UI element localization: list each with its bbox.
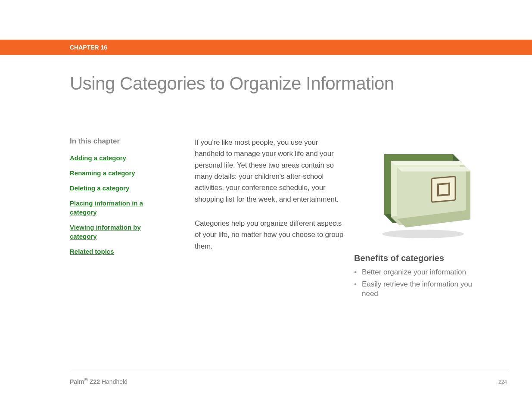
chapter-label: CHAPTER 16 <box>70 44 107 51</box>
intro-para-2: Categories help you organize different a… <box>195 218 345 252</box>
chapter-bar: CHAPTER 16 <box>0 40 532 55</box>
benefits-list: Better organize your information Easily … <box>354 268 507 299</box>
footer-suffix: Handheld <box>100 378 128 385</box>
benefits-section: Benefits of categories Better organize y… <box>354 253 507 299</box>
benefit-item: Better organize your information <box>354 268 475 277</box>
categories-illustration-icon <box>358 137 470 240</box>
toc-link-viewing[interactable]: Viewing information by category <box>70 223 160 241</box>
page-footer: Palm® Z22 Handheld 224 <box>70 372 507 385</box>
footer-page-number: 224 <box>498 379 507 385</box>
page-title: Using Categories to Organize Information <box>70 73 507 94</box>
columns: In this chapter Adding a category Renami… <box>70 137 507 301</box>
toc-heading: In this chapter <box>70 137 195 146</box>
intro-para-1: If you're like most people, you use your… <box>195 137 345 205</box>
svg-rect-8 <box>432 176 455 202</box>
footer-reg: ® <box>84 377 88 382</box>
toc-link-related[interactable]: Related topics <box>70 247 160 256</box>
footer-product: Palm® Z22 Handheld <box>70 377 128 385</box>
benefits-heading: Benefits of categories <box>354 253 507 263</box>
content: Using Categories to Organize Information… <box>0 55 532 301</box>
footer-brand: Palm <box>70 378 84 385</box>
svg-point-10 <box>382 230 464 238</box>
toc: In this chapter Adding a category Renami… <box>70 137 195 301</box>
toc-link-placing[interactable]: Placing information in a category <box>70 199 160 217</box>
svg-marker-4 <box>391 161 464 165</box>
toc-link-adding[interactable]: Adding a category <box>70 153 160 162</box>
toc-link-renaming[interactable]: Renaming a category <box>70 168 160 177</box>
toc-link-deleting[interactable]: Deleting a category <box>70 184 160 193</box>
right-column: Benefits of categories Better organize y… <box>354 137 507 301</box>
footer-model: Z22 <box>88 378 100 385</box>
benefit-item: Easily retrieve the information you need <box>354 280 475 299</box>
svg-marker-7 <box>397 167 470 171</box>
body-column: If you're like most people, you use your… <box>195 137 354 301</box>
